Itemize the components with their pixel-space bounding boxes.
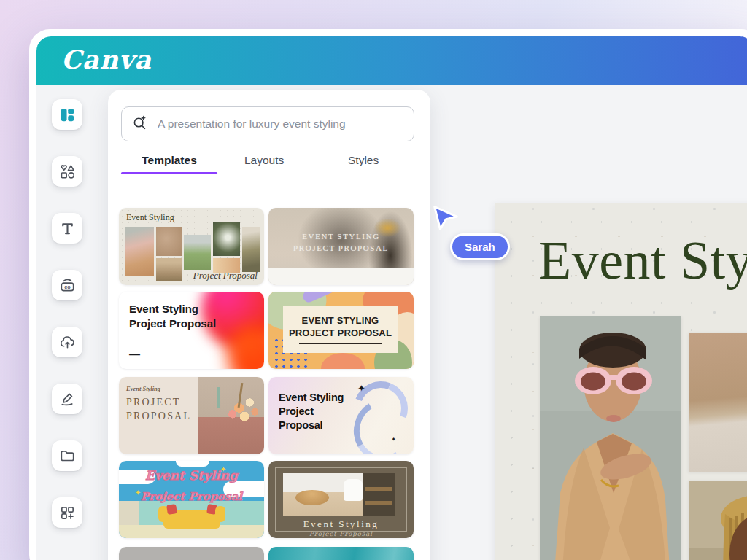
template-search-panel: Templates Layouts Styles Event Styling P… (108, 90, 430, 560)
canvas-photo-flower-woman[interactable] (689, 481, 747, 560)
thumb-photo (156, 258, 182, 281)
thumb-photo (283, 473, 395, 516)
abstract-shape (321, 353, 365, 369)
sidebar-item-uploads[interactable] (52, 327, 82, 357)
bowl-shape (295, 490, 329, 505)
sidebar-item-elements[interactable] (52, 156, 82, 187)
sidebar-item-draw[interactable] (52, 384, 82, 414)
search-input[interactable] (156, 117, 403, 131)
card-title: Event Styling (126, 212, 174, 223)
template-card-collage[interactable]: Event Styling Project Proposal (119, 208, 264, 285)
page-background: Canva co (0, 0, 747, 560)
template-card-partial-teal[interactable] (268, 547, 414, 560)
wall-shape (119, 501, 139, 525)
card-subtitle: PROJECT PROPOSAL (289, 327, 392, 338)
card-subtitle: Project Proposal (268, 530, 414, 537)
collaborator-name-badge: Sarah (450, 233, 510, 260)
thumb-photo (213, 222, 240, 256)
template-card-partial-gray[interactable] (119, 547, 264, 560)
card-title: PROJECT (126, 397, 181, 408)
thumb-photo (125, 227, 154, 276)
thumb-photo (242, 227, 260, 272)
template-card-cartoon[interactable]: Event Styling Project Proposal ✦ ✦ (119, 461, 264, 538)
app-window: Canva co (29, 29, 747, 560)
sidebar-item-apps[interactable] (52, 497, 82, 528)
thumb-photo (184, 235, 211, 270)
tab-templates[interactable]: Templates (121, 154, 217, 167)
template-card-chrome[interactable]: ✦ ✦ Event StylingProjectProposal (268, 377, 414, 454)
card-eyebrow: Event Styling (126, 385, 160, 392)
canvas-title-text[interactable]: Event Styling (538, 230, 747, 292)
template-card-gradient-blob[interactable]: Event StylingProject Proposal — (119, 292, 264, 369)
canvas-photo-sunglasses-woman[interactable] (540, 316, 681, 560)
projects-icon (59, 448, 76, 464)
tab-styles[interactable]: Styles (348, 154, 379, 167)
card-title: Event Styling (119, 468, 264, 483)
underline-rule (299, 343, 382, 345)
card-subtitle: PROJECT PROPOSAL (268, 244, 414, 252)
pillow-shape (206, 504, 217, 515)
elements-icon (59, 163, 76, 180)
card-title: EVENT STYLING (302, 315, 379, 326)
sparkle-icon: ✦ (220, 465, 226, 473)
thumb-photo (156, 227, 182, 256)
design-icon (59, 106, 76, 123)
search-box[interactable] (121, 106, 414, 141)
shelf-shape (363, 473, 395, 516)
text-icon (59, 220, 76, 237)
template-card-abstract[interactable]: EVENT STYLINGPROJECT PROPOSAL (268, 292, 414, 369)
template-card-split-photo[interactable]: Event Styling PROJECTPROPOSAL (119, 377, 264, 454)
sparkle-icon: ✦ (357, 383, 365, 394)
magic-search-icon (132, 114, 148, 133)
card-title: Event Styling (268, 518, 414, 530)
thumb-photo (198, 377, 264, 454)
sparkle-icon: ✦ (391, 436, 396, 443)
app-body: co T (36, 85, 747, 560)
card-dash: — (129, 348, 140, 360)
candle-shape (217, 387, 220, 408)
sofa-shape (163, 510, 220, 529)
brand-icon: co (59, 277, 76, 294)
tab-layouts[interactable]: Layouts (244, 154, 284, 167)
cloud-shape (176, 461, 209, 467)
card-footer-strip (268, 268, 414, 285)
card-title: Event Styling (279, 392, 344, 403)
sidebar-item-projects[interactable] (52, 440, 82, 471)
top-header-bar: Canva (36, 36, 747, 85)
sidebar-item-design[interactable] (52, 99, 82, 130)
apps-icon (59, 505, 76, 521)
canva-logo: Canva (61, 44, 152, 74)
card-title: EVENT STYLING (268, 232, 414, 241)
card-inner-panel: EVENT STYLINGPROJECT PROPOSAL (283, 306, 398, 353)
collaborator-cursor-icon (431, 204, 460, 236)
card-subtitle: Project Proposal (129, 317, 216, 330)
template-card-taupe[interactable]: Event Styling Project Proposal (268, 461, 414, 538)
sparkle-icon: ✦ (135, 489, 141, 497)
design-canvas[interactable]: Event Styling (495, 203, 747, 560)
sidebar-item-text[interactable] (52, 213, 82, 244)
uploads-icon (59, 334, 76, 351)
card-title: Event Styling (129, 303, 198, 315)
card-subtitle: Project (279, 405, 314, 417)
card-subtitle: Project Proposal (193, 270, 258, 281)
card-subtitle2: Proposal (279, 419, 322, 431)
sidebar-item-brand[interactable]: co (52, 270, 82, 300)
card-subtitle: PROPOSAL (126, 411, 191, 421)
chair-shape (344, 479, 363, 501)
active-tab-underline (121, 172, 217, 174)
pillow-shape (166, 504, 177, 515)
draw-icon (59, 391, 76, 408)
template-card-blur-photo[interactable]: EVENT STYLING PROJECT PROPOSAL (268, 208, 414, 285)
canvas-photo-sand-texture[interactable] (689, 332, 747, 472)
brand-glyph: co (64, 284, 71, 290)
